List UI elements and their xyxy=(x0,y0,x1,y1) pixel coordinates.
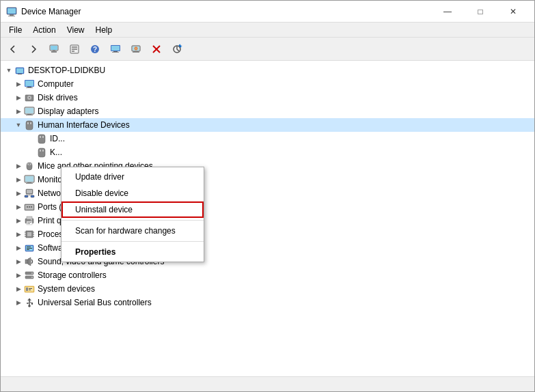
svg-rect-29 xyxy=(16,68,23,73)
tree-item-display[interactable]: ▶ Display adapters xyxy=(1,104,534,118)
ctx-update-driver[interactable]: Update driver xyxy=(61,169,204,185)
window-controls: — □ ✕ xyxy=(432,1,529,23)
usb-icon xyxy=(24,297,35,308)
svg-point-106 xyxy=(29,305,31,307)
ctx-uninstall-device[interactable]: Uninstall device xyxy=(61,201,204,218)
svg-point-95 xyxy=(31,277,33,278)
svg-rect-46 xyxy=(38,135,45,143)
menu-view[interactable]: View xyxy=(61,24,90,36)
main-content: ▼ DESKTOP-LDIDKBU ▶ xyxy=(1,61,534,376)
tree-item-storage[interactable]: ▶ Storage controllers xyxy=(1,268,534,282)
tree-item-hid[interactable]: ▼ Human Interface Devices xyxy=(1,118,534,132)
svg-rect-91 xyxy=(25,260,28,264)
ctx-disable-device[interactable]: Disable device xyxy=(61,185,204,201)
expand-root: ▼ xyxy=(3,65,14,76)
svg-rect-76 xyxy=(27,223,30,224)
tree-item-computer[interactable]: ▶ Computer xyxy=(1,77,534,91)
expand-network: ▶ xyxy=(13,188,24,199)
computer-icon xyxy=(24,79,35,89)
toolbar-properties[interactable] xyxy=(65,40,84,58)
toolbar-delete[interactable] xyxy=(147,40,166,58)
svg-rect-74 xyxy=(27,221,32,225)
toolbar-scan[interactable] xyxy=(167,40,187,58)
toolbar-forward[interactable] xyxy=(24,40,43,58)
disk-icon xyxy=(24,92,35,103)
tree-item-hid-2[interactable]: ▶ K... xyxy=(1,145,534,159)
svg-rect-50 xyxy=(40,150,41,152)
disk-label: Disk drives xyxy=(38,93,78,102)
ctx-uninstall-device-label: Uninstall device xyxy=(75,205,133,214)
svg-rect-20 xyxy=(133,51,139,52)
expand-computer: ▶ xyxy=(13,79,24,89)
svg-rect-41 xyxy=(26,115,33,115)
ctx-scan-hardware-label: Scan for hardware changes xyxy=(75,226,176,236)
toolbar-monitor[interactable] xyxy=(126,40,146,58)
expand-sound: ▶ xyxy=(13,256,24,267)
menu-help[interactable]: Help xyxy=(90,24,118,36)
ports-icon xyxy=(24,201,35,212)
menu-action[interactable]: Action xyxy=(27,24,61,36)
system-icon xyxy=(24,283,35,294)
mice-icon xyxy=(24,160,35,171)
svg-rect-63 xyxy=(31,195,34,197)
ctx-separator-2 xyxy=(61,241,204,242)
status-bar xyxy=(1,376,534,391)
svg-rect-44 xyxy=(30,122,31,124)
tree-item-hid-1[interactable]: ▶ ID... xyxy=(1,132,534,145)
ctx-scan-hardware[interactable]: Scan for hardware changes xyxy=(61,223,204,239)
root-icon xyxy=(14,65,25,76)
usb-label: Universal Serial Bus controllers xyxy=(38,298,152,307)
minimize-button[interactable]: — xyxy=(432,1,463,23)
svg-rect-32 xyxy=(25,81,33,86)
svg-rect-59 xyxy=(26,183,33,184)
hid-label: Human Interface Devices xyxy=(38,120,130,130)
ctx-separator-1 xyxy=(61,220,204,221)
svg-rect-51 xyxy=(42,150,44,152)
svg-rect-47 xyxy=(40,136,41,138)
title-bar: Device Manager — □ ✕ xyxy=(1,1,534,23)
expand-ports: ▶ xyxy=(13,201,24,212)
svg-rect-17 xyxy=(112,52,119,53)
toolbar-back[interactable] xyxy=(3,40,23,58)
expand-print: ▶ xyxy=(13,215,24,226)
svg-rect-58 xyxy=(27,182,31,183)
toolbar-help[interactable]: ? xyxy=(85,40,105,58)
svg-rect-3 xyxy=(8,8,16,14)
context-menu: Update driver Disable device Uninstall d… xyxy=(61,167,204,262)
maximize-button[interactable]: □ xyxy=(465,1,496,23)
storage-icon xyxy=(24,270,35,281)
storage-label: Storage controllers xyxy=(38,270,107,280)
hid1-label: ID... xyxy=(50,134,65,143)
tree-root[interactable]: ▼ DESKTOP-LDIDKBU xyxy=(1,64,534,77)
svg-rect-61 xyxy=(27,190,32,193)
svg-rect-99 xyxy=(29,288,32,289)
toolbar-up[interactable] xyxy=(44,40,64,58)
svg-rect-16 xyxy=(113,51,118,52)
network-icon xyxy=(24,188,35,199)
svg-rect-21 xyxy=(133,52,139,53)
tree-item-disk[interactable]: ▶ Disk drives xyxy=(1,91,534,104)
tree-item-usb[interactable]: ▶ Universal Serial Bus controllers xyxy=(1,296,534,309)
tree-item-system[interactable]: ▶ System devices xyxy=(1,282,534,296)
ctx-properties-label: Properties xyxy=(75,247,115,257)
expand-system: ▶ xyxy=(13,283,24,294)
svg-rect-75 xyxy=(27,222,31,223)
svg-rect-57 xyxy=(25,176,33,182)
system-label: System devices xyxy=(38,284,95,294)
svg-rect-30 xyxy=(18,74,22,74)
close-button[interactable]: ✕ xyxy=(497,1,529,23)
ctx-disable-device-label: Disable device xyxy=(75,188,128,198)
ctx-properties[interactable]: Properties xyxy=(61,244,204,260)
svg-point-71 xyxy=(31,206,32,208)
menu-file[interactable]: File xyxy=(3,24,27,36)
display-label: Display adapters xyxy=(38,107,98,116)
svg-rect-79 xyxy=(27,232,31,236)
expand-software: ▶ xyxy=(13,242,24,253)
svg-rect-33 xyxy=(27,87,31,87)
computer-label: Computer xyxy=(38,79,74,89)
toolbar-device-mgr[interactable] xyxy=(106,40,125,58)
svg-rect-43 xyxy=(27,122,29,124)
svg-point-94 xyxy=(31,272,33,274)
software-icon xyxy=(24,242,35,253)
expand-usb: ▶ xyxy=(13,297,24,308)
